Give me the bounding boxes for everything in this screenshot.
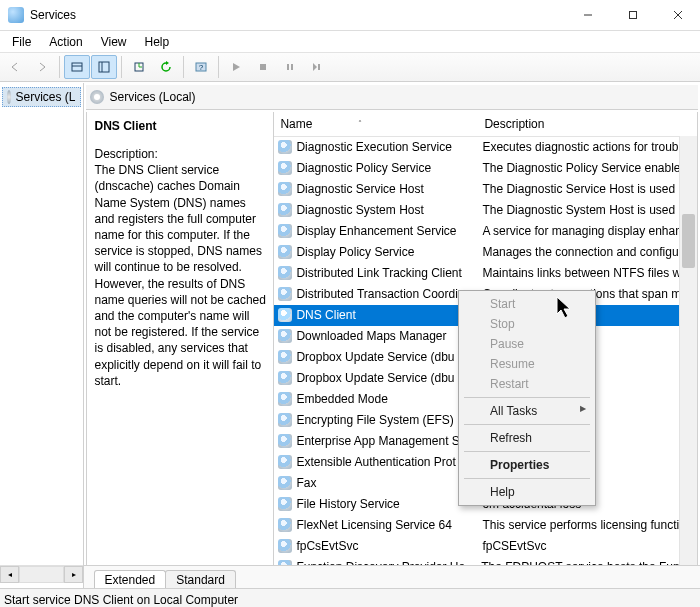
context-menu-help[interactable]: Help	[462, 482, 592, 502]
svg-rect-14	[318, 64, 320, 70]
tree-horizontal-scrollbar[interactable]: ◂▸	[0, 565, 83, 583]
view-tabs: Extended Standard	[84, 565, 701, 588]
service-name: Dropbox Update Service (dbu	[296, 371, 454, 385]
column-name[interactable]: Name ˄	[274, 117, 478, 131]
scrollbar-thumb[interactable]	[682, 214, 695, 268]
gear-icon	[278, 266, 292, 280]
gear-icon	[278, 434, 292, 448]
menu-file[interactable]: File	[4, 33, 39, 51]
column-description[interactable]: Description	[478, 117, 697, 131]
service-description: fpCSEvtSvc	[476, 539, 697, 553]
service-name: Display Enhancement Service	[296, 224, 456, 238]
service-description: Manages the connection and configurat	[476, 245, 697, 259]
gear-icon	[278, 287, 292, 301]
menu-action[interactable]: Action	[41, 33, 90, 51]
service-name: Function Discovery Provider Ho...	[296, 560, 475, 565]
service-name: FlexNet Licensing Service 64	[296, 518, 451, 532]
svg-rect-12	[287, 64, 289, 70]
service-row[interactable]: Diagnostic Execution ServiceExecutes dia…	[274, 137, 697, 158]
gear-icon	[278, 497, 292, 511]
maximize-button[interactable]	[610, 0, 655, 30]
minimize-button[interactable]	[565, 0, 610, 30]
tab-extended[interactable]: Extended	[94, 570, 167, 588]
gear-icon	[278, 308, 292, 322]
export-button[interactable]	[126, 55, 152, 79]
context-menu-refresh[interactable]: Refresh	[462, 428, 592, 448]
service-name: Diagnostic Policy Service	[296, 161, 431, 175]
toolbar: ?	[0, 53, 700, 82]
tree-item-services[interactable]: Services (L	[2, 87, 81, 107]
context-menu-all-tasks[interactable]: All Tasks	[462, 401, 592, 421]
gear-icon	[278, 413, 292, 427]
svg-rect-6	[99, 62, 109, 72]
service-description: A service for managing display enhance	[476, 224, 697, 238]
svg-text:?: ?	[199, 63, 204, 72]
service-description: Executes diagnostic actions for troubles	[476, 140, 697, 154]
gear-icon	[278, 203, 292, 217]
show-hide-tree-button[interactable]	[64, 55, 90, 79]
service-name: Display Policy Service	[296, 245, 414, 259]
gear-icon	[278, 245, 292, 259]
service-row[interactable]: Diagnostic System HostThe Diagnostic Sys…	[274, 200, 697, 221]
service-description: The Diagnostic System Host is used by	[476, 203, 697, 217]
service-name: Fax	[296, 476, 316, 490]
context-menu-separator	[464, 478, 590, 479]
service-row[interactable]: Display Policy ServiceManages the connec…	[274, 242, 697, 263]
menu-help[interactable]: Help	[137, 33, 178, 51]
help-button[interactable]: ?	[188, 55, 214, 79]
menu-view[interactable]: View	[93, 33, 135, 51]
tab-standard[interactable]: Standard	[165, 570, 236, 588]
column-headers[interactable]: Name ˄ Description	[274, 112, 697, 137]
context-menu-pause: Pause	[462, 334, 592, 354]
restart-service-button[interactable]	[304, 55, 330, 79]
properties-button[interactable]	[91, 55, 117, 79]
sort-asc-icon: ˄	[358, 119, 362, 128]
refresh-button[interactable]	[153, 55, 179, 79]
svg-rect-11	[260, 64, 266, 70]
forward-button[interactable]	[29, 55, 55, 79]
gear-icon	[278, 161, 292, 175]
app-icon	[8, 7, 24, 23]
gear-icon	[278, 392, 292, 406]
service-row[interactable]: Distributed Link Tracking ClientMaintain…	[274, 263, 697, 284]
service-name: Diagnostic Service Host	[296, 182, 423, 196]
context-menu: StartStopPauseResumeRestartAll TasksRefr…	[458, 290, 596, 506]
stop-service-button[interactable]	[250, 55, 276, 79]
title-bar: Services	[0, 0, 700, 31]
service-name: DNS Client	[296, 308, 355, 322]
service-row[interactable]: Function Discovery Provider Ho...The FDP…	[274, 557, 697, 565]
menu-bar: File Action View Help	[0, 31, 700, 53]
service-description: The FDPHOST service hosts the Functio	[475, 560, 697, 565]
service-description: Maintains links between NTFS files with	[476, 266, 697, 280]
service-name: Distributed Link Tracking Client	[296, 266, 461, 280]
vertical-scrollbar[interactable]	[679, 136, 697, 565]
service-row[interactable]: fpCsEvtSvcfpCSEvtSvc	[274, 536, 697, 557]
service-row[interactable]: Diagnostic Service HostThe Diagnostic Se…	[274, 179, 697, 200]
description-text: The DNS Client service (dnscache) caches…	[95, 162, 268, 389]
service-name: Extensible Authentication Prot	[296, 455, 455, 469]
gear-icon	[278, 455, 292, 469]
gear-icon	[278, 371, 292, 385]
svg-rect-13	[291, 64, 293, 70]
service-name: Enterprise App Management S	[296, 434, 459, 448]
tree-item-label: Services (L	[15, 90, 75, 104]
context-menu-start: Start	[462, 294, 592, 314]
close-button[interactable]	[655, 0, 700, 30]
context-menu-properties[interactable]: Properties	[462, 455, 592, 475]
service-row[interactable]: FlexNet Licensing Service 64This service…	[274, 515, 697, 536]
service-row[interactable]: Diagnostic Policy ServiceThe Diagnostic …	[274, 158, 697, 179]
gear-icon	[90, 90, 104, 104]
gear-icon	[278, 224, 292, 238]
svg-rect-1	[629, 12, 636, 19]
context-menu-separator	[464, 451, 590, 452]
pause-service-button[interactable]	[277, 55, 303, 79]
start-service-button[interactable]	[223, 55, 249, 79]
service-row[interactable]: Display Enhancement ServiceA service for…	[274, 221, 697, 242]
context-menu-separator	[464, 397, 590, 398]
context-menu-stop: Stop	[462, 314, 592, 334]
service-description: This service performs licensing functio	[476, 518, 697, 532]
context-menu-separator	[464, 424, 590, 425]
gear-icon	[278, 182, 292, 196]
back-button[interactable]	[2, 55, 28, 79]
service-name: Dropbox Update Service (dbu	[296, 350, 454, 364]
